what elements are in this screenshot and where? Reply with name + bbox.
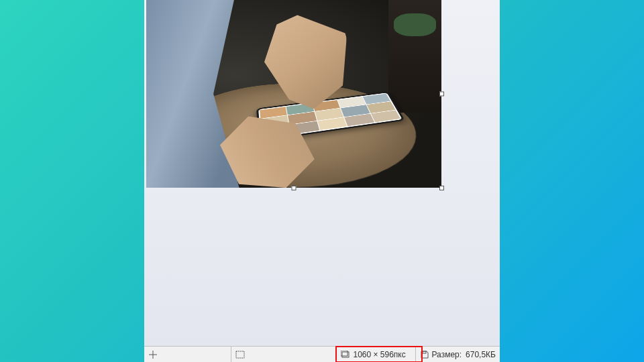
selection-handle-s[interactable] [292,186,297,190]
filesize-value: 670,5КБ [466,350,496,359]
photo-content [146,0,441,188]
status-image-dimensions: 1060 × 596пкс [337,347,415,362]
canvas-area[interactable] [144,0,500,346]
selection-icon [235,350,245,359]
svg-rect-0 [236,351,244,358]
image-selection[interactable] [146,0,441,188]
status-cursor-position [144,347,231,362]
status-bar: 1060 × 596пкс Размер: 670,5КБ [144,346,500,362]
svg-rect-3 [423,351,426,353]
crosshair-icon [148,350,158,359]
disk-icon [420,350,429,359]
dimensions-icon [341,350,350,359]
status-selection-size [231,347,337,362]
status-file-size: Размер: 670,5КБ [416,347,500,362]
filesize-label: Размер: [432,350,462,359]
dimensions-text: 1060 × 596пкс [353,350,405,359]
editor-window: 1060 × 596пкс Размер: 670,5КБ [144,0,500,362]
selection-handle-e[interactable] [439,92,444,97]
selection-handle-se[interactable] [439,186,444,190]
